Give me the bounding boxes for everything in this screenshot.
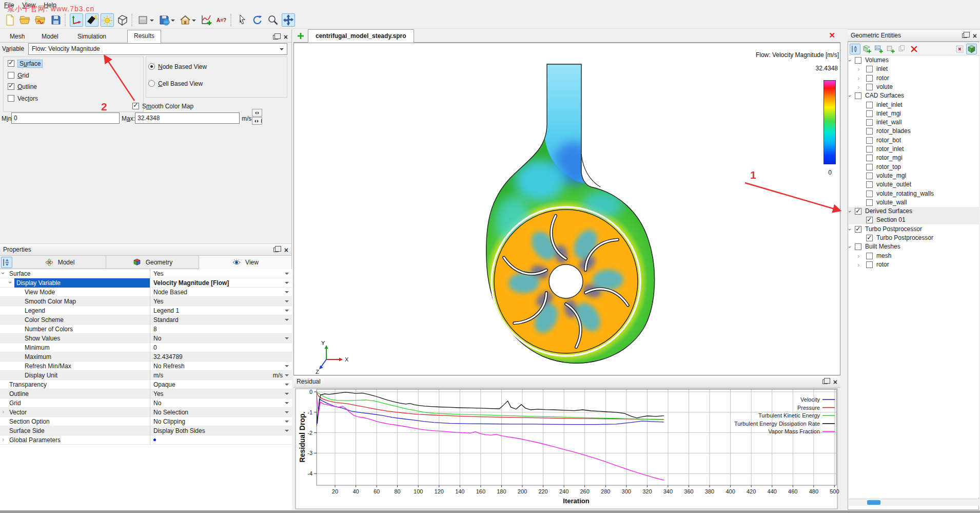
property-row-legend[interactable]: LegendLegend 1 bbox=[0, 306, 292, 315]
checkbox-surface[interactable]: Surface bbox=[8, 60, 43, 67]
property-row-display-variable[interactable]: ›Display VariableVelocity Magnitude [Flo… bbox=[0, 278, 292, 288]
checkbox-icon[interactable] bbox=[866, 191, 873, 197]
float-panel-icon[interactable] bbox=[273, 248, 279, 252]
chevron-down-icon[interactable] bbox=[285, 374, 289, 378]
checkbox-vectors[interactable]: Vectors bbox=[8, 95, 38, 102]
expander-icon[interactable]: › bbox=[857, 252, 859, 260]
new-document-icon[interactable] bbox=[297, 32, 305, 40]
expander-icon[interactable]: › bbox=[6, 281, 14, 283]
close-panel-icon[interactable]: × bbox=[284, 244, 288, 256]
perspective-icon[interactable] bbox=[116, 13, 129, 27]
tree-item-inlet-wall[interactable]: inlet_wall bbox=[849, 118, 979, 127]
tree-item-rotor-blades[interactable]: rotor_blades bbox=[849, 127, 979, 136]
smooth-color-map-checkbox[interactable]: Smooth Color Map bbox=[132, 103, 193, 110]
chevron-down-icon[interactable] bbox=[285, 319, 289, 323]
expander-icon[interactable]: › bbox=[857, 65, 859, 73]
property-row-view-mode[interactable]: View ModeNode Based bbox=[0, 288, 292, 297]
checkbox-icon[interactable] bbox=[866, 155, 873, 161]
home-view-icon[interactable] bbox=[179, 13, 198, 27]
add-image-icon[interactable] bbox=[873, 44, 884, 54]
variable-dropdown[interactable]: Flow: Velocity Magnitude bbox=[28, 43, 287, 55]
checkbox-icon[interactable] bbox=[855, 208, 861, 215]
expander-icon[interactable]: › bbox=[849, 246, 854, 248]
property-row-section-option[interactable]: Section OptionNo Clipping bbox=[0, 417, 292, 426]
tree-item-volute[interactable]: ›volute bbox=[849, 83, 979, 91]
chevron-down-icon[interactable] bbox=[285, 291, 289, 295]
range-reset-button[interactable] bbox=[252, 117, 262, 125]
radio-cell-based-view[interactable]: Cell Based View bbox=[148, 80, 203, 87]
tree-item-volute-outlet[interactable]: volute_outlet bbox=[849, 180, 979, 189]
expander-icon[interactable]: › bbox=[0, 272, 7, 274]
checkbox-icon[interactable] bbox=[866, 75, 873, 82]
tree-item-rotor-bot[interactable]: rotor_bot bbox=[849, 136, 979, 145]
chevron-down-icon[interactable] bbox=[285, 300, 289, 305]
max-input[interactable]: 32.4348 bbox=[135, 112, 240, 124]
chevron-down-icon[interactable] bbox=[285, 337, 289, 341]
copy-gray-icon[interactable] bbox=[897, 44, 908, 54]
open-results-icon[interactable] bbox=[34, 13, 47, 27]
float-panel-icon[interactable] bbox=[962, 33, 967, 38]
tree-item-rotor[interactable]: ›rotor bbox=[849, 74, 979, 83]
dock-properties-icon[interactable] bbox=[1, 257, 12, 268]
surface-display-icon[interactable] bbox=[136, 13, 155, 27]
tree-item-inlet-mgi[interactable]: inlet_mgi bbox=[849, 109, 979, 118]
add-section-icon[interactable] bbox=[861, 44, 872, 54]
checkbox-icon[interactable] bbox=[866, 217, 873, 223]
ambient-icon[interactable] bbox=[101, 13, 114, 27]
expander-icon[interactable]: › bbox=[849, 211, 854, 213]
rotate-view-icon[interactable] bbox=[251, 13, 264, 27]
checkbox-icon[interactable] bbox=[866, 84, 873, 90]
checkbox-icon[interactable] bbox=[866, 110, 873, 117]
range-expand-button[interactable] bbox=[252, 109, 262, 117]
tree-item-built-meshes[interactable]: ›Built Meshes bbox=[849, 242, 979, 251]
properties-tab-model[interactable]: Model bbox=[13, 256, 106, 269]
close-document-icon[interactable]: ✕ bbox=[829, 31, 835, 40]
cube-vis-icon[interactable] bbox=[966, 44, 977, 54]
checkbox-icon[interactable] bbox=[866, 253, 873, 259]
checkbox-icon[interactable] bbox=[866, 164, 873, 170]
property-row-surface[interactable]: ›SurfaceYes bbox=[0, 269, 292, 278]
tab-results[interactable]: Results bbox=[127, 30, 161, 43]
chevron-down-icon[interactable] bbox=[285, 402, 289, 406]
checkbox-icon[interactable] bbox=[866, 261, 873, 268]
expander-icon[interactable]: › bbox=[2, 435, 4, 444]
expander-icon[interactable]: › bbox=[857, 74, 859, 83]
checkbox-icon[interactable] bbox=[866, 181, 873, 188]
checkbox-outline[interactable]: Outline bbox=[8, 83, 37, 90]
chevron-down-icon[interactable] bbox=[285, 282, 289, 286]
tree-item-rotor[interactable]: ›rotor bbox=[849, 260, 979, 269]
expression-icon[interactable]: A=? bbox=[215, 13, 228, 27]
tab-mesh[interactable]: Mesh bbox=[3, 30, 31, 43]
property-row-outline[interactable]: OutlineYes bbox=[0, 389, 292, 398]
expander-icon[interactable]: › bbox=[2, 408, 4, 416]
checkbox-icon[interactable] bbox=[866, 235, 873, 241]
tree-item-turbo-postprocessor[interactable]: ›Turbo Postprocessor bbox=[849, 225, 979, 234]
zoom-view-icon[interactable] bbox=[266, 13, 280, 27]
chevron-down-icon[interactable] bbox=[285, 421, 289, 425]
expander-icon[interactable]: › bbox=[849, 95, 854, 97]
checkbox-icon[interactable] bbox=[866, 128, 873, 135]
chevron-down-icon[interactable] bbox=[285, 411, 289, 415]
expander-icon[interactable]: › bbox=[857, 261, 859, 269]
property-row-minimum[interactable]: Minimum0 bbox=[0, 343, 292, 352]
scrollbar-thumb[interactable] bbox=[867, 500, 880, 505]
chevron-down-icon[interactable] bbox=[285, 393, 289, 397]
checkbox-icon[interactable] bbox=[866, 66, 873, 72]
tree-item-volute-rotating-walls[interactable]: volute_rotating_walls bbox=[849, 189, 979, 198]
checkbox-icon[interactable] bbox=[866, 146, 873, 153]
chevron-down-icon[interactable] bbox=[285, 430, 289, 434]
property-row-number-of-colors[interactable]: Number of Colors8 bbox=[0, 325, 292, 334]
pan-view-icon[interactable] bbox=[282, 13, 295, 27]
tree-item-volute-wall[interactable]: volute_wall bbox=[849, 198, 979, 207]
tree-item-inlet-inlet[interactable]: inlet_inlet bbox=[849, 101, 979, 109]
save-icon[interactable] bbox=[49, 13, 63, 27]
open-icon[interactable] bbox=[18, 13, 32, 27]
checkbox-icon[interactable] bbox=[866, 137, 873, 144]
expander-icon[interactable]: › bbox=[849, 229, 854, 231]
checkbox-icon[interactable] bbox=[855, 243, 861, 250]
add-plot-icon[interactable] bbox=[200, 13, 213, 27]
select-cursor-icon[interactable] bbox=[236, 13, 249, 27]
property-row-show-values[interactable]: Show ValuesNo bbox=[0, 334, 292, 343]
property-row-color-scheme[interactable]: Color SchemeStandard bbox=[0, 315, 292, 325]
document-tab[interactable]: centrifugal_model_steady.spro bbox=[308, 29, 414, 43]
